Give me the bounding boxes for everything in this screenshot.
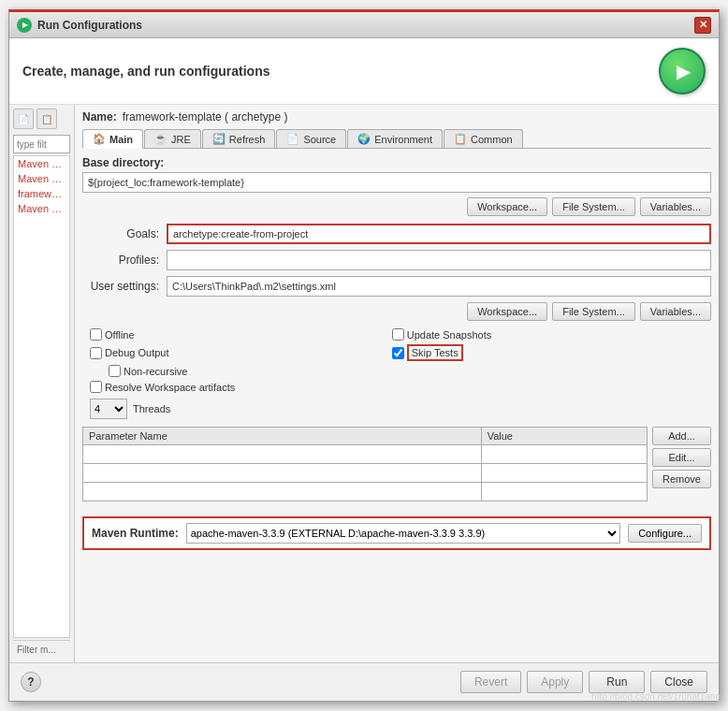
revert-button[interactable]: Revert (460, 671, 521, 693)
param-name-cell (83, 483, 482, 501)
title-bar-left: Run Configurations (17, 18, 142, 33)
user-settings-label: User settings: (82, 280, 167, 293)
edit-param-button[interactable]: Edit... (652, 448, 711, 467)
run-configurations-dialog: Run Configurations ✕ Create, manage, and… (8, 9, 720, 702)
profiles-input[interactable] (167, 250, 711, 270)
maven-runtime-label: Maven Runtime: (92, 527, 179, 540)
refresh-tab-icon: 🔄 (212, 133, 226, 145)
user-settings-workspace-button[interactable]: Workspace... (467, 302, 547, 321)
param-value-cell (481, 483, 647, 501)
dialog-footer: ? Revert Apply Run Close (9, 662, 719, 701)
name-value: framework-template ( archetype ) (123, 110, 288, 123)
table-row (83, 483, 648, 501)
duplicate-config-button[interactable]: 📋 (36, 109, 57, 129)
param-name-cell (83, 464, 482, 483)
skip-tests-checkbox-item: Skip Tests (392, 344, 691, 361)
run-button[interactable]: Run (589, 671, 645, 693)
list-item[interactable]: Maven Build (14, 156, 69, 171)
environment-tab-icon: 🌍 (357, 133, 371, 145)
col-value: Value (481, 428, 647, 445)
tab-main[interactable]: 🏠 Main (82, 129, 143, 149)
tab-source[interactable]: 📄 Source (276, 129, 346, 148)
base-directory-label: Base directory: (82, 156, 711, 169)
title-icon (17, 18, 32, 33)
title-bar: Run Configurations ✕ (9, 12, 719, 38)
sidebar-tree: Maven Build Maven Build(1) framework-t..… (13, 155, 70, 638)
close-button[interactable]: Close (650, 671, 707, 693)
resolve-workspace-checkbox-item: Resolve Workspace artifacts (90, 381, 711, 393)
table-row (83, 464, 648, 483)
resolve-workspace-checkbox[interactable] (90, 381, 102, 393)
add-param-button[interactable]: Add... (652, 427, 711, 445)
threads-select[interactable]: 4 1 2 3 5 6 7 8 (90, 399, 127, 419)
update-snapshots-checkbox-item: Update Snapshots (392, 328, 691, 341)
user-settings-row: User settings: (82, 276, 711, 297)
non-recursive-checkbox-item: Non-recursive (90, 365, 388, 377)
param-value-cell (481, 445, 647, 464)
list-item[interactable]: framework-t... (14, 186, 69, 201)
jre-tab-icon: ☕ (154, 133, 167, 145)
sidebar: 📄 📋 Maven Build Maven Build(1) framework… (9, 105, 75, 662)
workspace-button[interactable]: Workspace... (467, 197, 547, 216)
tabs-bar: 🏠 Main ☕ JRE 🔄 Refresh 📄 Source 🌍 (82, 129, 711, 149)
tab-jre-label: JRE (171, 134, 191, 145)
tab-environment-label: Environment (374, 134, 432, 145)
goals-label: Goals: (82, 227, 167, 240)
apply-button[interactable]: Apply (527, 671, 583, 693)
user-settings-variables-button[interactable]: Variables... (640, 302, 711, 321)
goals-input[interactable] (167, 224, 711, 244)
user-settings-input[interactable] (167, 276, 711, 297)
non-recursive-checkbox[interactable] (109, 365, 121, 377)
param-value-cell (481, 464, 647, 483)
col-parameter-name: Parameter Name (83, 428, 482, 445)
maven-runtime-section: Maven Runtime: apache-maven-3.3.9 (EXTER… (82, 516, 711, 550)
tab-main-label: Main (109, 134, 133, 145)
debug-output-label: Debug Output (105, 347, 169, 358)
main-tab-icon: 🏠 (93, 133, 106, 145)
tab-common[interactable]: 📋 Common (444, 129, 523, 148)
footer-left: ? (21, 672, 41, 692)
list-item[interactable]: Maven Build(1) (14, 171, 69, 186)
tab-environment[interactable]: 🌍 Environment (347, 129, 443, 148)
dialog-header-title: Create, manage, and run configurations (22, 64, 270, 79)
params-buttons: Add... Edit... Remove (652, 427, 711, 509)
user-settings-file-system-button[interactable]: File System... (552, 302, 635, 321)
name-row: Name: framework-template ( archetype ) (82, 110, 711, 123)
update-snapshots-checkbox[interactable] (392, 328, 404, 341)
table-row (83, 445, 648, 464)
run-icon-button[interactable] (659, 48, 706, 94)
threads-row: 4 1 2 3 5 6 7 8 Threads (82, 399, 711, 419)
sidebar-filter-input[interactable] (13, 135, 70, 153)
base-directory-input[interactable] (82, 172, 711, 193)
offline-checkbox[interactable] (90, 328, 102, 341)
debug-output-checkbox[interactable] (90, 347, 102, 359)
new-config-button[interactable]: 📄 (13, 109, 34, 129)
resolve-workspace-label: Resolve Workspace artifacts (105, 382, 235, 393)
configure-button[interactable]: Configure... (628, 524, 702, 543)
params-table: Parameter Name Value (82, 427, 648, 501)
sidebar-toolbar: 📄 📋 (13, 109, 70, 129)
tab-jre[interactable]: ☕ JRE (144, 129, 201, 148)
profiles-label: Profiles: (82, 254, 167, 267)
dialog-body: 📄 📋 Maven Build Maven Build(1) framework… (9, 105, 719, 662)
offline-checkbox-item: Offline (90, 328, 388, 341)
common-tab-icon: 📋 (454, 133, 467, 145)
offline-label: Offline (105, 329, 135, 341)
tab-refresh[interactable]: 🔄 Refresh (202, 129, 276, 148)
profiles-row: Profiles: (82, 250, 711, 270)
params-area: Parameter Name Value (82, 427, 711, 509)
param-name-cell (83, 445, 482, 464)
maven-runtime-select[interactable]: apache-maven-3.3.9 (EXTERNAL D:\apache-m… (186, 523, 620, 544)
update-snapshots-label: Update Snapshots (407, 329, 492, 341)
non-recursive-label: Non-recursive (124, 366, 187, 377)
file-system-button[interactable]: File System... (552, 197, 635, 216)
close-window-button[interactable]: ✕ (694, 17, 711, 34)
help-button[interactable]: ? (21, 672, 41, 692)
skip-tests-checkbox[interactable] (392, 347, 404, 359)
tab-source-label: Source (303, 134, 336, 145)
remove-param-button[interactable]: Remove (652, 470, 711, 488)
list-item[interactable]: Maven Build(2) (14, 201, 69, 216)
variables-button[interactable]: Variables... (640, 197, 711, 216)
params-table-wrap: Parameter Name Value (82, 427, 648, 509)
skip-tests-label: Skip Tests (407, 344, 463, 361)
